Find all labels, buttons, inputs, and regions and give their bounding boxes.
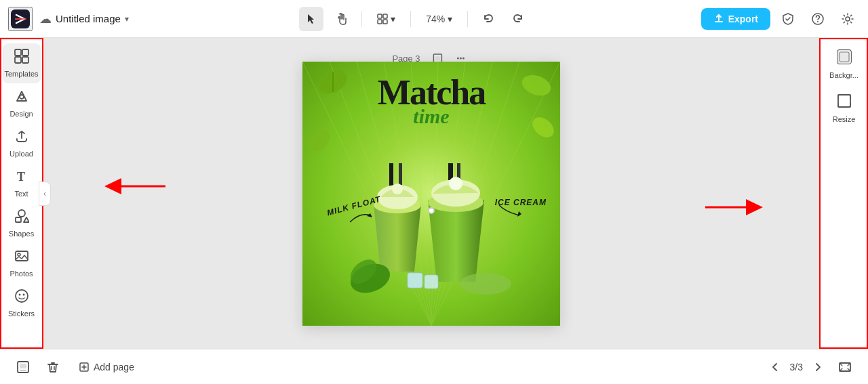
background-icon — [836, 49, 852, 68]
prev-page-button[interactable] — [766, 358, 785, 377]
undo-button[interactable] — [476, 7, 500, 31]
svg-rect-18 — [16, 251, 28, 261]
select-tool-button[interactable] — [299, 7, 323, 31]
help-button[interactable] — [806, 7, 830, 31]
add-page-button[interactable]: Add page — [71, 358, 142, 377]
svg-rect-10 — [22, 49, 28, 56]
settings-icon — [841, 12, 854, 26]
svg-point-27 — [462, 58, 465, 60]
design-label: Design — [9, 110, 33, 118]
background-panel-item[interactable]: Backgr... — [824, 43, 865, 85]
svg-rect-65 — [20, 364, 26, 368]
sidebar-item-shapes[interactable]: Shapes — [3, 203, 41, 243]
resize-panel-item[interactable]: Resize — [824, 87, 865, 129]
svg-point-22 — [22, 294, 24, 296]
matcha-subtitle-text: time — [302, 105, 560, 128]
sidebar-item-stickers[interactable]: Stickers — [3, 283, 41, 323]
redo-button[interactable] — [506, 7, 530, 31]
svg-point-42 — [530, 116, 557, 140]
upload-icon — [14, 129, 29, 147]
svg-marker-59 — [746, 199, 763, 215]
export-button[interactable]: Export — [701, 8, 770, 30]
stickers-label: Stickers — [8, 310, 35, 318]
cloud-icon: ☁ — [39, 12, 52, 26]
shield-icon — [781, 12, 795, 26]
hand-tool-button[interactable] — [329, 7, 353, 31]
title-area[interactable]: ☁ Untitled image ▾ — [39, 12, 129, 26]
title-chevron-icon: ▾ — [125, 14, 129, 24]
shield-button[interactable] — [776, 7, 800, 31]
sidebar-collapse-button[interactable]: ‹ — [39, 182, 51, 206]
svg-rect-4 — [378, 20, 382, 24]
view-icon — [377, 14, 388, 24]
sidebar-item-photos[interactable]: Photos — [3, 243, 41, 283]
svg-marker-17 — [24, 217, 29, 222]
add-page-label: Add page — [94, 362, 134, 372]
zoom-button[interactable]: 74% ▾ — [419, 11, 459, 27]
sidebar-item-design[interactable]: Design — [3, 83, 41, 123]
page-thumbnail-button[interactable] — [11, 355, 35, 379]
svg-rect-16 — [16, 217, 21, 222]
resize-label: Resize — [833, 115, 856, 123]
document-title: Untitled image — [56, 13, 121, 24]
redo-icon — [512, 13, 524, 25]
annotation-arrow-left — [98, 159, 179, 213]
photos-label: Photos — [9, 270, 33, 278]
svg-point-7 — [817, 21, 818, 22]
zoom-value: 74% — [426, 14, 445, 24]
delete-page-button[interactable] — [41, 355, 65, 379]
ice-cream-arrow — [496, 202, 523, 219]
svg-rect-56 — [425, 275, 438, 289]
svg-point-52 — [449, 177, 462, 190]
cursor-icon — [305, 13, 317, 25]
background-label: Backgr... — [829, 71, 859, 79]
settings-button[interactable] — [835, 7, 860, 31]
shapes-label: Shapes — [9, 230, 34, 238]
selection-dot — [428, 207, 435, 214]
prev-icon — [770, 362, 781, 372]
svg-point-25 — [457, 58, 459, 60]
design-icon — [14, 89, 29, 107]
svg-point-20 — [16, 290, 28, 302]
svg-text:T: T — [17, 170, 25, 184]
export-label: Export — [728, 14, 758, 24]
help-icon — [811, 12, 825, 26]
canvas-frame[interactable]: Matcha time — [302, 62, 560, 326]
svg-rect-2 — [378, 14, 382, 18]
stickers-icon — [14, 289, 29, 307]
undo-icon — [482, 13, 494, 25]
page-thumbnail-icon — [16, 360, 30, 374]
svg-point-15 — [18, 210, 25, 217]
toolbar-divider-3 — [467, 11, 468, 27]
right-panel: Backgr... Resize — [819, 38, 868, 349]
svg-rect-63 — [838, 95, 850, 107]
next-icon — [812, 362, 823, 372]
leaf-mid-right — [530, 116, 557, 140]
upload-label: Upload — [9, 150, 33, 158]
zoom-chevron-icon: ▾ — [448, 14, 452, 24]
canvas-area: Page 3 — [43, 38, 819, 349]
photos-icon — [14, 249, 29, 267]
svg-point-21 — [18, 294, 20, 296]
svg-point-8 — [846, 17, 850, 21]
add-page-icon — [79, 362, 90, 372]
expand-icon — [838, 360, 852, 374]
sidebar-item-text[interactable]: T Text — [3, 163, 41, 203]
bottom-bar: Add page 3/3 — [0, 349, 868, 384]
left-sidebar: Templates Design Upload — [0, 38, 43, 349]
expand-view-button[interactable] — [833, 355, 857, 379]
next-page-button[interactable] — [808, 358, 827, 377]
view-mode-button[interactable]: ▾ — [370, 11, 402, 27]
shapes-icon — [14, 209, 29, 227]
matcha-background: Matcha time — [302, 62, 560, 326]
svg-point-19 — [18, 253, 20, 256]
logo-button[interactable] — [8, 7, 33, 31]
svg-rect-66 — [20, 370, 26, 371]
leaf-top-left — [316, 68, 350, 95]
sidebar-item-templates[interactable]: Templates — [3, 43, 41, 83]
svg-point-47 — [392, 184, 403, 194]
svg-point-57 — [460, 273, 511, 295]
sidebar-item-upload[interactable]: Upload — [3, 123, 41, 163]
templates-label: Templates — [4, 70, 38, 78]
toolbar-center: ▾ 74% ▾ — [136, 7, 694, 31]
